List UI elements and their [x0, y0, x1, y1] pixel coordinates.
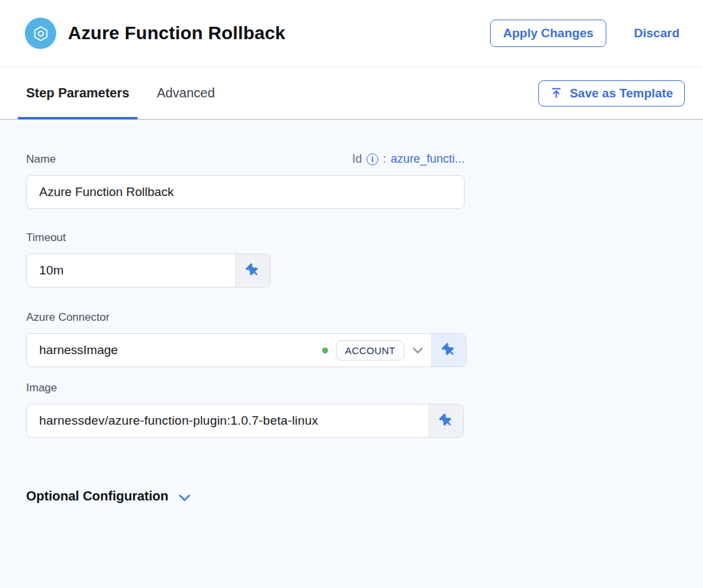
azure-connector-runtime-input-pin-button[interactable]	[431, 334, 466, 367]
scope-badge: ACCOUNT	[336, 340, 404, 361]
save-as-template-button[interactable]: Save as Template	[538, 80, 685, 106]
upload-icon	[550, 87, 563, 99]
chevron-down-icon[interactable]	[412, 347, 423, 354]
image-runtime-input-pin-button[interactable]	[429, 404, 463, 437]
info-circle-icon[interactable]: i	[367, 154, 378, 165]
image-input-group	[26, 404, 464, 438]
image-input[interactable]	[27, 404, 429, 437]
step-id-value[interactable]: azure_functi...	[391, 152, 465, 166]
page-title: Azure Function Rollback	[68, 23, 286, 44]
id-separator: :	[383, 152, 386, 166]
id-label: Id	[352, 152, 362, 166]
timeout-runtime-input-pin-button[interactable]	[235, 254, 270, 287]
optional-configuration-title: Optional Configuration	[26, 489, 169, 504]
name-label: Name	[26, 153, 56, 166]
pin-icon	[244, 261, 262, 280]
timeout-label: Timeout	[26, 231, 677, 244]
name-label-row: Name Id i : azure_functi...	[26, 152, 465, 166]
connected-green-dot	[322, 348, 328, 353]
tab-step-parameters[interactable]: Step Parameters	[18, 67, 138, 119]
image-label: Image	[26, 382, 677, 395]
pin-icon	[440, 341, 458, 359]
save-as-template-label: Save as Template	[570, 86, 673, 101]
azure-connector-right: ACCOUNT	[322, 334, 431, 367]
step-id-row[interactable]: Id i : azure_functi...	[352, 152, 465, 166]
optional-configuration-toggle[interactable]: Optional Configuration	[26, 489, 191, 504]
pin-icon	[437, 412, 455, 430]
panel-header: Azure Function Rollback Apply Changes Di…	[0, 0, 703, 67]
step-parameters-panel: Name Id i : azure_functi... Timeout Azur…	[0, 120, 703, 588]
azure-connector-select[interactable]: harnessImage ACCOUNT	[26, 333, 466, 367]
discard-button[interactable]: Discard	[634, 26, 679, 41]
name-input[interactable]	[26, 175, 465, 209]
tab-bar: Step Parameters Advanced Save as Templat…	[0, 67, 703, 120]
azure-connector-value: harnessImage	[27, 334, 322, 367]
chevron-down-icon	[178, 491, 191, 502]
timeout-input[interactable]	[27, 254, 235, 287]
timeout-input-group	[26, 253, 270, 287]
apply-changes-button[interactable]: Apply Changes	[490, 20, 606, 47]
tab-advanced[interactable]: Advanced	[148, 67, 223, 119]
azure-connector-label: Azure Connector	[26, 311, 677, 324]
plugin-hexagon-icon	[25, 18, 56, 49]
